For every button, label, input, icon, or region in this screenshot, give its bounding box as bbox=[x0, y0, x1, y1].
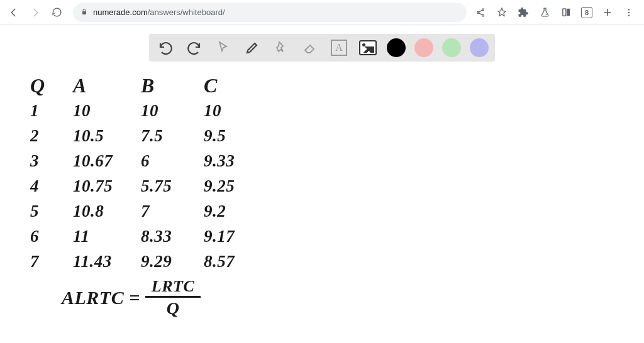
table-row: 6 11 8.33 9.17 bbox=[30, 224, 644, 249]
svg-point-7 bbox=[628, 9, 630, 10]
bookmark-star-icon[interactable] bbox=[496, 6, 508, 19]
text-tool-label: A bbox=[335, 42, 343, 53]
reading-list-icon[interactable] bbox=[560, 6, 572, 19]
cell-c: 8.57 bbox=[204, 253, 267, 270]
cell-q: 6 bbox=[30, 228, 73, 245]
cell-q: 4 bbox=[30, 178, 73, 195]
cell-b: 7.5 bbox=[141, 128, 204, 144]
cell-q: 5 bbox=[30, 203, 73, 220]
undo-button[interactable] bbox=[155, 38, 175, 58]
cell-c: 9.2 bbox=[204, 203, 267, 220]
eraser-tool[interactable] bbox=[300, 38, 320, 58]
svg-point-9 bbox=[628, 14, 630, 16]
svg-point-3 bbox=[482, 14, 484, 16]
table-row: 2 10.5 7.5 9.5 bbox=[30, 123, 644, 148]
whiteboard-toolbar-wrap: A bbox=[0, 25, 644, 62]
table-row: 5 10.8 7 9.2 bbox=[30, 199, 644, 224]
color-pink[interactable] bbox=[414, 38, 433, 57]
cell-q: 7 bbox=[30, 253, 73, 270]
tab-count-value: 8 bbox=[585, 9, 589, 16]
header-b: B bbox=[141, 75, 204, 95]
formula-fraction: LRTC Q bbox=[145, 278, 201, 318]
lab-flask-icon[interactable] bbox=[538, 6, 551, 19]
cell-a: 10.8 bbox=[73, 203, 141, 220]
cell-q: 3 bbox=[30, 153, 73, 170]
cell-a: 11 bbox=[73, 228, 141, 245]
color-black[interactable] bbox=[387, 38, 406, 57]
table-row: 7 11.43 9.29 8.57 bbox=[30, 249, 644, 274]
cell-q: 2 bbox=[30, 128, 73, 144]
table-header-row: Q A B C bbox=[30, 73, 644, 98]
svg-rect-0 bbox=[82, 11, 86, 14]
lock-icon bbox=[80, 8, 88, 17]
svg-point-2 bbox=[477, 11, 479, 13]
browser-actions: 8 + bbox=[474, 6, 639, 19]
browser-toolbar: numerade.com/answers/whiteboard/ 8 + bbox=[0, 0, 644, 25]
cell-c: 10 bbox=[204, 102, 267, 119]
cell-c: 9.25 bbox=[204, 178, 267, 195]
formula: ALRTC = LRTC Q bbox=[62, 278, 644, 318]
color-purple[interactable] bbox=[470, 38, 489, 57]
table-row: 4 10.75 5.75 9.25 bbox=[30, 173, 644, 199]
cell-b: 5.75 bbox=[141, 178, 204, 195]
cell-c: 9.17 bbox=[204, 228, 267, 245]
cell-b: 6 bbox=[141, 153, 204, 170]
new-tab-button[interactable]: + bbox=[601, 6, 614, 19]
whiteboard-canvas[interactable]: Q A B C 1 10 10 10 2 10.5 7.5 9.5 3 10.6… bbox=[0, 62, 644, 318]
table-row: 1 10 10 10 bbox=[30, 98, 644, 123]
cell-b: 10 bbox=[141, 102, 204, 119]
cell-q: 1 bbox=[30, 102, 73, 119]
cell-a: 10.67 bbox=[73, 153, 141, 170]
svg-rect-6 bbox=[567, 9, 570, 16]
color-green[interactable] bbox=[442, 38, 461, 57]
header-a: A bbox=[73, 75, 141, 95]
cell-a: 10.5 bbox=[73, 128, 141, 144]
cell-a: 10 bbox=[73, 102, 141, 119]
cell-b: 7 bbox=[141, 203, 204, 220]
text-tool[interactable]: A bbox=[329, 38, 349, 58]
formula-numerator: LRTC bbox=[145, 278, 201, 298]
header-q: Q bbox=[30, 75, 73, 95]
pen-tool[interactable] bbox=[242, 38, 262, 58]
svg-rect-5 bbox=[562, 9, 565, 16]
forward-button[interactable] bbox=[26, 4, 44, 21]
formula-lhs: ALRTC = bbox=[62, 288, 140, 307]
redo-button[interactable] bbox=[184, 38, 204, 58]
cell-c: 9.5 bbox=[204, 128, 267, 144]
whiteboard-toolbar: A bbox=[149, 34, 495, 62]
cell-b: 8.33 bbox=[141, 228, 204, 245]
reload-button[interactable] bbox=[48, 4, 65, 21]
svg-point-1 bbox=[482, 8, 484, 10]
menu-icon[interactable] bbox=[623, 6, 635, 19]
header-c: C bbox=[204, 75, 267, 95]
pointer-tool[interactable] bbox=[213, 38, 233, 58]
tab-count-badge[interactable]: 8 bbox=[581, 7, 592, 18]
extensions-icon[interactable] bbox=[517, 6, 530, 19]
table-row: 3 10.67 6 9.33 bbox=[30, 148, 644, 173]
svg-point-8 bbox=[628, 11, 630, 13]
cell-c: 9.33 bbox=[204, 153, 267, 170]
cell-b: 9.29 bbox=[141, 253, 204, 270]
address-bar[interactable]: numerade.com/answers/whiteboard/ bbox=[73, 3, 467, 22]
formula-denominator: Q bbox=[167, 298, 180, 318]
share-icon[interactable] bbox=[474, 6, 487, 19]
url-text: numerade.com/answers/whiteboard/ bbox=[93, 8, 225, 17]
cell-a: 10.75 bbox=[73, 178, 141, 195]
pin-tool[interactable] bbox=[271, 38, 291, 58]
svg-point-4 bbox=[545, 14, 547, 15]
image-tool[interactable] bbox=[358, 38, 378, 58]
back-button[interactable] bbox=[5, 4, 23, 21]
cell-a: 11.43 bbox=[73, 253, 141, 270]
